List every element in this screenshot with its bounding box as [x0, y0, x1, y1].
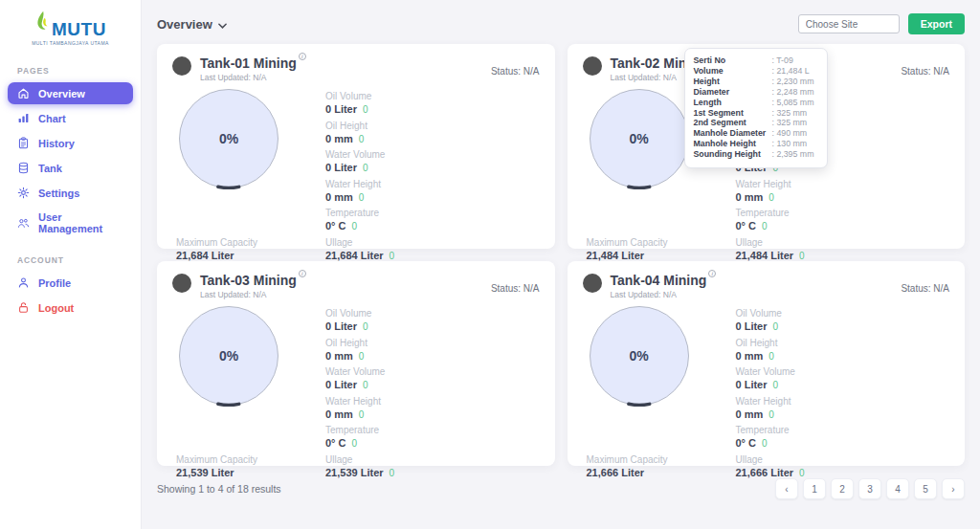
- fill-level-gauge: 0%: [178, 305, 279, 407]
- sidebar-item-label: Logout: [38, 302, 74, 314]
- pagination-page-button[interactable]: 1: [803, 478, 826, 499]
- max-capacity: Maximum Capacity 21,684 Liter: [172, 237, 318, 261]
- tank-avatar: [583, 56, 602, 76]
- max-capacity: Maximum Capacity 21,484 Liter: [583, 237, 728, 261]
- results-summary: Showing 1 to 4 of 18 results: [157, 483, 281, 495]
- users-icon: [17, 217, 30, 230]
- fill-percent-label: 0%: [178, 88, 279, 189]
- stat-value: 0 mm: [325, 350, 353, 362]
- max-capacity-label: Maximum Capacity: [176, 237, 318, 248]
- info-icon[interactable]: i: [708, 270, 716, 277]
- stat-delta: 0: [352, 221, 358, 231]
- stat-delta: 0: [768, 351, 774, 362]
- stat-label: Water Height: [736, 396, 950, 407]
- stat-delta: 0: [799, 251, 805, 261]
- stat-label: Oil Volume: [736, 308, 950, 319]
- stat-value: 0 Liter: [325, 379, 357, 390]
- stat-delta: 0: [359, 351, 365, 362]
- stat-ullage: Ullage 21,666 Liter0: [736, 454, 950, 478]
- tank-avatar: [172, 274, 191, 293]
- pagination-page-button[interactable]: 3: [858, 478, 881, 499]
- status-text: Status: N/A: [491, 66, 540, 77]
- stat-delta: 0: [773, 321, 779, 332]
- tooltip-spec-value: : 2,395 mm: [772, 149, 814, 160]
- stat-delta: 0: [363, 163, 368, 173]
- tank-card: Tank-04 Miningi Last Updated: N/A Status…: [568, 261, 966, 466]
- page-title-dropdown[interactable]: Overview: [157, 17, 227, 32]
- page-title: Overview: [157, 17, 212, 32]
- pagination-page-button[interactable]: 2: [831, 478, 854, 499]
- status-text: Status: N/A: [901, 283, 949, 294]
- tooltip-spec-label: Length: [694, 98, 772, 108]
- tank-avatar: [583, 274, 602, 293]
- choose-site-input[interactable]: [798, 14, 900, 33]
- sidebar: MUTU MULTI TAMBANGJAYA UTAMA PAGES Overv…: [0, 0, 142, 529]
- tank-card-title: Tank-04 Mining: [611, 273, 707, 288]
- stat-oil-volume: Oil Volume 0 Liter0: [325, 308, 540, 332]
- stat-temperature: Temperature 0° C0: [736, 208, 950, 231]
- stat-value: 0 Liter: [325, 162, 357, 173]
- stat-oil-height: Oil Height 0 mm0: [325, 121, 540, 144]
- tooltip-spec-value: : 2,230 mm: [772, 77, 814, 87]
- stat-delta: 0: [762, 438, 768, 449]
- max-capacity: Maximum Capacity 21,539 Liter: [172, 454, 318, 478]
- stat-value: 21,684 Liter: [325, 250, 384, 261]
- stat-label: Ullage: [736, 237, 950, 248]
- stat-delta: 0: [352, 438, 358, 449]
- tank-card: Tank-01 Miningi Last Updated: N/A Status…: [157, 44, 555, 249]
- tooltip-spec-label: Manhole Height: [694, 139, 772, 149]
- pagination: ‹ 1 2 3 4 5 ›: [775, 478, 965, 499]
- logo-flame-icon: [34, 10, 51, 38]
- sidebar-item-label: Profile: [38, 277, 71, 289]
- logo-title: MUTU: [52, 20, 106, 38]
- sidebar-item-tank[interactable]: Tank: [8, 157, 133, 179]
- stat-delta: 0: [799, 468, 805, 478]
- stat-label: Oil Volume: [325, 91, 540, 101]
- sidebar-item-label: Chart: [38, 113, 66, 124]
- last-updated-text: Last Updated: N/A: [611, 290, 717, 299]
- info-icon[interactable]: i: [299, 53, 306, 60]
- sidebar-item-chart[interactable]: Chart: [8, 107, 133, 129]
- sidebar-section-account: ACCOUNT: [0, 255, 141, 265]
- pagination-page-button[interactable]: 4: [886, 478, 909, 499]
- bar-chart-icon: [17, 112, 30, 124]
- stat-delta: 0: [359, 409, 365, 420]
- tank-card-body: 0% Maximum Capacity 21,684 Liter Oil Vol…: [172, 84, 540, 261]
- tank-card-header: Tank-01 Miningi Last Updated: N/A Status…: [172, 55, 540, 82]
- stat-label: Oil Height: [325, 121, 540, 131]
- fill-level-gauge: 0%: [589, 88, 690, 189]
- stat-value: 0 mm: [325, 408, 353, 420]
- stat-label: Temperature: [736, 425, 950, 435]
- tooltip-spec-value: : 325 mm: [772, 118, 808, 128]
- pagination-prev-button[interactable]: ‹: [775, 478, 798, 499]
- gear-icon: [17, 187, 30, 199]
- stat-label: Water Height: [325, 179, 540, 189]
- export-button[interactable]: Export: [908, 13, 965, 34]
- stat-value: 21,666 Liter: [736, 467, 794, 478]
- info-icon[interactable]: i: [299, 270, 306, 277]
- stat-label: Oil Volume: [325, 308, 540, 319]
- stat-oil-volume: Oil Volume 0 Liter0: [325, 91, 540, 115]
- sidebar-item-history[interactable]: History: [8, 132, 133, 154]
- stat-delta: 0: [768, 409, 774, 420]
- stat-label: Ullage: [325, 237, 540, 248]
- stat-ullage: Ullage 21,539 Liter0: [325, 454, 540, 478]
- sidebar-item-label: Overview: [38, 88, 85, 99]
- sidebar-item-settings[interactable]: Settings: [8, 182, 133, 204]
- stat-water-volume: Water Volume 0 Liter0: [736, 366, 950, 390]
- sidebar-item-overview[interactable]: Overview: [8, 82, 133, 104]
- stat-label: Water Height: [736, 179, 950, 189]
- app-root: MUTU MULTI TAMBANGJAYA UTAMA PAGES Overv…: [0, 0, 980, 529]
- clipboard-icon: [17, 137, 30, 149]
- sidebar-item-label: Settings: [38, 187, 79, 199]
- pagination-next-button[interactable]: ›: [942, 478, 965, 499]
- tooltip-spec-value: : 325 mm: [772, 108, 808, 119]
- stat-value: 0 Liter: [325, 320, 357, 332]
- sidebar-item-logout[interactable]: Logout: [8, 297, 133, 319]
- logo: MUTU MULTI TAMBANGJAYA UTAMA: [0, 8, 141, 50]
- pagination-page-button[interactable]: 5: [914, 478, 937, 499]
- tooltip-spec-value: : 490 mm: [772, 128, 808, 139]
- sidebar-item-user-management[interactable]: User Management: [8, 207, 133, 239]
- sidebar-item-profile[interactable]: Profile: [8, 272, 133, 294]
- stat-water-volume: Water Volume 0 Liter0: [325, 366, 540, 390]
